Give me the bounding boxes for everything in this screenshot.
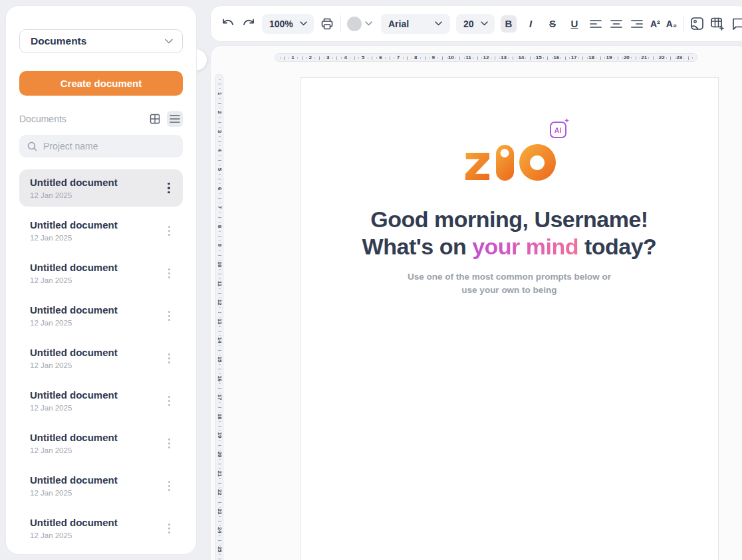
document-list-item[interactable]: Untitled document 12 Jan 2025 — [19, 424, 183, 462]
workspace-select[interactable]: Documents — [19, 29, 183, 53]
logo-row: z AI ✦ — [301, 144, 718, 181]
document-date: 12 Jan 2025 — [30, 319, 160, 327]
chevron-down-icon — [300, 21, 308, 27]
document-info: Untitled document 12 Jan 2025 — [30, 347, 160, 369]
document-info: Untitled document 12 Jan 2025 — [30, 177, 160, 199]
horizontal-ruler: 1234567891011121314151617181920212223 — [275, 53, 697, 62]
document-page[interactable]: z AI ✦ Good morning, Username! What's on… — [300, 77, 719, 560]
vertical-ruler: 1234567891011121314151617181920212223242… — [215, 74, 223, 560]
document-info: Untitled document 12 Jan 2025 — [30, 219, 160, 242]
align-right-icon[interactable] — [630, 17, 644, 31]
document-title: Untitled document — [30, 347, 160, 358]
document-date: 12 Jan 2025 — [30, 531, 160, 539]
strikethrough-button[interactable]: S — [545, 15, 560, 33]
document-list: Untitled document 12 Jan 2025 Untitled d… — [19, 169, 183, 547]
document-date: 12 Jan 2025 — [30, 361, 160, 369]
document-title: Untitled document — [30, 262, 160, 273]
document-menu-button[interactable] — [160, 517, 178, 539]
print-icon[interactable] — [320, 17, 334, 31]
toolbar-divider — [683, 15, 683, 33]
document-menu-button[interactable] — [160, 177, 178, 199]
document-menu-button[interactable] — [160, 262, 178, 284]
subscript-button[interactable]: A₂ — [666, 19, 677, 29]
comment-icon[interactable] — [731, 17, 742, 31]
document-menu-button[interactable] — [160, 432, 178, 454]
search-icon — [27, 141, 37, 151]
document-title: Untitled document — [30, 177, 160, 188]
document-search — [19, 135, 183, 157]
toolbar-divider — [340, 15, 341, 33]
documents-sidebar: Documents Create document Documents Unti… — [5, 5, 197, 555]
document-list-item[interactable]: Untitled document 12 Jan 2025 — [19, 382, 183, 419]
document-list-item[interactable]: Untitled document 12 Jan 2025 — [19, 212, 183, 249]
sparkle-icon: ✦ — [564, 117, 569, 124]
redo-icon[interactable] — [241, 17, 256, 31]
document-list-item[interactable]: Untitled document 12 Jan 2025 — [19, 297, 183, 334]
grid-view-icon[interactable] — [147, 111, 163, 127]
document-menu-button[interactable] — [160, 347, 178, 369]
bold-button[interactable]: B — [501, 15, 517, 33]
document-menu-button[interactable] — [160, 475, 178, 496]
document-menu-button[interactable] — [160, 305, 178, 326]
document-list-item[interactable]: Untitled document 12 Jan 2025 — [19, 339, 183, 377]
workspace-select-value: Documents — [31, 35, 86, 47]
document-title: Untitled document — [30, 432, 160, 443]
superscript-button[interactable]: A² — [650, 19, 660, 29]
document-date: 12 Jan 2025 — [30, 489, 160, 497]
document-title: Untitled document — [30, 389, 160, 401]
greeting-highlight: your mind — [472, 234, 578, 259]
document-date: 12 Jan 2025 — [30, 276, 160, 284]
chevron-down-icon — [365, 21, 373, 27]
subtitle-line1: Use one of the most common prompts below… — [408, 272, 611, 282]
document-menu-button[interactable] — [160, 390, 178, 411]
app-root: { "colors": { "accent_orange": "#EF8A3D"… — [0, 0, 742, 560]
document-title: Untitled document — [30, 517, 160, 528]
document-info: Untitled document 12 Jan 2025 — [30, 432, 160, 454]
logo-letter-z: z — [463, 145, 490, 181]
document-list-item[interactable]: Untitled document 12 Jan 2025 — [19, 467, 183, 504]
document-info: Untitled document 12 Jan 2025 — [30, 389, 160, 412]
insert-table-icon[interactable] — [710, 17, 725, 31]
list-view-icon[interactable] — [167, 111, 183, 127]
greeting-line2-suffix: today? — [578, 234, 656, 259]
document-title: Untitled document — [30, 474, 160, 486]
color-swatch-icon — [347, 17, 362, 31]
document-list-item[interactable]: Untitled document 12 Jan 2025 — [19, 510, 183, 547]
undo-icon[interactable] — [221, 17, 235, 31]
greeting-line1: Good morning, Username! — [370, 207, 648, 232]
documents-section-header: Documents — [19, 111, 183, 127]
greeting-heading: Good morning, Username! What's on your m… — [301, 206, 718, 260]
chevron-down-icon — [165, 39, 173, 44]
logo-letter-o — [519, 144, 556, 181]
document-list-item[interactable]: Untitled document 12 Jan 2025 — [19, 254, 183, 292]
italic-button[interactable]: I — [523, 15, 539, 33]
document-info: Untitled document 12 Jan 2025 — [30, 262, 160, 284]
search-input[interactable] — [43, 141, 175, 151]
greeting-subtitle: Use one of the most common prompts below… — [301, 270, 718, 298]
document-list-item[interactable]: Untitled document 12 Jan 2025 — [19, 169, 183, 207]
chevron-down-icon — [481, 21, 489, 27]
font-size-value: 20 — [463, 19, 474, 29]
font-size-select[interactable]: 20 — [456, 14, 495, 34]
zio-logo: z AI ✦ — [463, 144, 555, 181]
create-document-button[interactable]: Create document — [19, 71, 183, 96]
zoom-select[interactable]: 100% — [262, 14, 314, 34]
editor-canvas: 1234567891011121314151617181920212223 12… — [210, 45, 742, 560]
ai-badge-icon: AI ✦ — [550, 122, 566, 138]
greeting-line2-prefix: What's on — [362, 234, 473, 259]
subtitle-line2: use your own to being — [461, 285, 556, 295]
chevron-down-icon — [435, 21, 443, 27]
document-info: Untitled document 12 Jan 2025 — [30, 517, 160, 539]
font-family-select[interactable]: Arial — [381, 14, 450, 34]
zoom-value: 100% — [269, 19, 293, 29]
align-center-icon[interactable] — [609, 17, 624, 31]
document-date: 12 Jan 2025 — [30, 404, 160, 412]
document-date: 12 Jan 2025 — [30, 446, 160, 454]
document-date: 12 Jan 2025 — [30, 191, 160, 199]
document-menu-button[interactable] — [160, 220, 178, 241]
insert-image-icon[interactable] — [689, 17, 704, 31]
text-color-picker[interactable] — [347, 17, 373, 31]
underline-button[interactable]: U — [566, 15, 582, 33]
logo-letter-i — [496, 145, 514, 181]
align-left-icon[interactable] — [588, 17, 603, 31]
